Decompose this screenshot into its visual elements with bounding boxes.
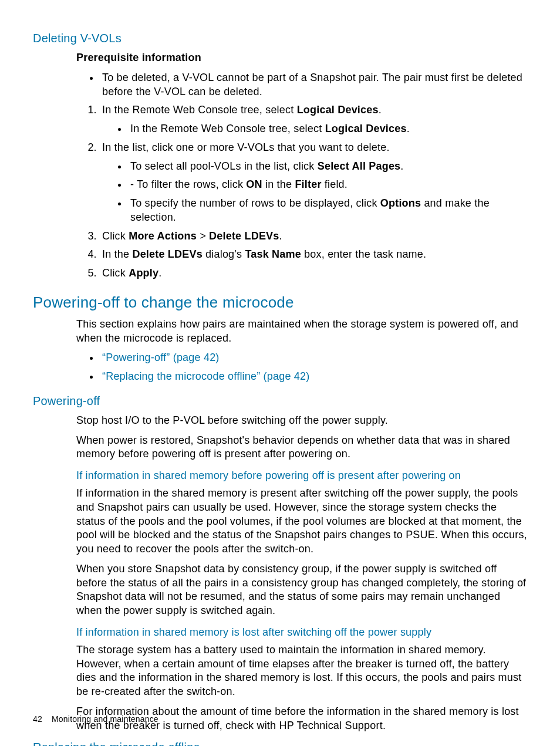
text: > [197, 230, 209, 242]
cross-reference-link[interactable]: “Replacing the microcode offline” (page … [102, 370, 309, 382]
paragraph: When power is restored, Snapshot's behav… [76, 434, 527, 462]
list-item: In the list, click one or more V-VOLs th… [100, 141, 527, 225]
text: Click [102, 267, 129, 279]
text: In the Remote Web Console tree, select [130, 123, 325, 134]
text: To specify the number of rows to be disp… [130, 197, 380, 209]
paragraph: The storage system has a battery used to… [76, 643, 527, 699]
text-bold: ON [246, 178, 262, 190]
link-list: “Powering-off” (page 42) “Replacing the … [76, 351, 527, 384]
page-footer: 42Monitoring and maintenance [33, 714, 158, 724]
list-item: To select all pool-VOLs in the list, cli… [128, 160, 527, 174]
text: field. [322, 178, 348, 190]
text: . [279, 230, 282, 242]
text-bold: Delete LDEVs [132, 248, 202, 260]
text: box, enter the task name. [301, 248, 426, 260]
section-body: This section explains how pairs are main… [76, 318, 527, 384]
text-bold: Options [380, 197, 421, 209]
page-container: Deleting V-VOLs Prerequisite information… [0, 0, 560, 746]
heading-powering-off-microcode: Powering-off to change the microcode [33, 293, 527, 312]
page-number: 42 [33, 714, 42, 724]
text: . [379, 104, 382, 116]
text-bold: Delete LDEVs [209, 230, 279, 242]
section-body: Prerequisite information To be deleted, … [76, 51, 527, 281]
text: In the [102, 248, 132, 260]
text: - To filter the rows, click [130, 178, 246, 190]
list-item: To specify the number of rows to be disp… [128, 197, 527, 225]
text: . [400, 160, 403, 172]
list-item: In the Delete LDEVs dialog's Task Name b… [100, 248, 527, 262]
heading-deleting-vvols: Deleting V-VOLs [33, 32, 527, 45]
list-item: In the Remote Web Console tree, select L… [100, 103, 527, 136]
list-item: In the Remote Web Console tree, select L… [128, 122, 527, 136]
list-item: “Replacing the microcode offline” (page … [100, 370, 527, 384]
text: . [158, 267, 161, 279]
procedure-list: In the Remote Web Console tree, select L… [76, 103, 527, 281]
heading-replacing-microcode: Replacing the microcode offline [33, 741, 527, 746]
list-item: Click Apply. [100, 266, 527, 281]
text: . [407, 123, 410, 134]
list-item: To be deleted, a V-VOL cannot be part of… [100, 71, 527, 99]
cross-reference-link[interactable]: “Powering-off” (page 42) [102, 352, 220, 363]
paragraph: Stop host I/O to the P-VOL before switch… [76, 414, 527, 428]
text: To select all pool-VOLs in the list, cli… [130, 160, 318, 172]
list-item: “Powering-off” (page 42) [100, 351, 527, 365]
text-bold: Logical Devices [325, 123, 407, 134]
footer-title: Monitoring and maintenance [52, 714, 158, 724]
text-bold: Apply [129, 267, 158, 279]
heading-powering-off: Powering-off [33, 394, 527, 408]
text: In the Remote Web Console tree, select [102, 104, 297, 116]
subheading-info-lost: If information in shared memory is lost … [76, 626, 527, 639]
text: in the [262, 178, 295, 190]
paragraph: If information in the shared memory is p… [76, 487, 527, 556]
list-item: Click More Actions > Delete LDEVs. [100, 229, 527, 244]
prerequisite-heading: Prerequisite information [76, 51, 527, 65]
paragraph: When you store Snapshot data by consiste… [76, 562, 527, 618]
list-item: - To filter the rows, click ON in the Fi… [128, 178, 527, 192]
text-bold: Filter [295, 178, 321, 190]
text: In the list, click one or more V-VOLs th… [102, 141, 390, 153]
subheading-info-present: If information in shared memory before p… [76, 470, 527, 482]
text: Click [102, 230, 129, 242]
section-body: Stop host I/O to the P-VOL before switch… [76, 414, 527, 733]
text-bold: Select All Pages [318, 160, 401, 172]
text-bold: Logical Devices [297, 104, 379, 116]
sub-list: To select all pool-VOLs in the list, cli… [102, 160, 527, 225]
text-bold: Task Name [245, 248, 301, 260]
sub-list: In the Remote Web Console tree, select L… [102, 122, 527, 136]
prerequisite-list: To be deleted, a V-VOL cannot be part of… [76, 71, 527, 99]
text: dialog's [203, 248, 245, 260]
paragraph: This section explains how pairs are main… [76, 318, 527, 346]
text-bold: More Actions [129, 230, 197, 242]
